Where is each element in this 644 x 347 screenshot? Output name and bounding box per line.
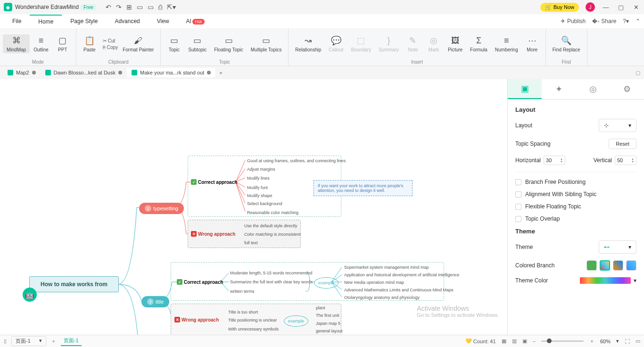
user-avatar[interactable]: J [586,2,595,12]
leaf[interactable]: written terms [230,289,255,294]
ppt-mode-button[interactable]: ▢PPT [52,34,73,53]
example-node[interactable]: example [314,277,339,289]
menu-advanced[interactable]: Advanced [106,15,148,27]
subtopic-button[interactable]: ▭Subtopic [184,34,210,53]
align-sibling-checkbox[interactable]: Alignment With Sibling Topic [515,191,636,198]
minimize-button[interactable]: — [602,4,610,11]
leaf[interactable]: Modify lines [247,176,270,181]
fit-screen-button[interactable]: ⛶ [625,339,630,344]
fullscreen-button[interactable]: ▭ [636,338,640,344]
collapse-ribbon-button[interactable]: ⌃ [636,18,640,25]
help-button[interactable]: ?▾ [623,18,629,25]
branch-color-2[interactable] [600,260,610,271]
picture-button[interactable]: 🖼Picture [444,35,466,53]
callout-button[interactable]: 💬Callout [325,34,347,53]
save-button[interactable]: ▭ [148,3,154,11]
note-button[interactable]: ✎Note [403,34,423,53]
cut-button[interactable]: ✂ Cut [102,38,119,44]
summary-button[interactable]: }Summary [375,35,403,53]
copy-button[interactable]: ⎘ Copy [102,44,119,50]
add-page-button[interactable]: ＋ [51,338,56,345]
leaf[interactable]: Otolaryngology anatomy and physiology [344,295,420,300]
doc-tab-3[interactable]: Make your ma...rk stand out [127,68,215,77]
leaf[interactable]: With unnecessary symbols [228,327,279,331]
undo-button[interactable]: ↶ [106,3,111,11]
export-button[interactable]: ⇱▾ [167,3,176,11]
sidebar-toggle-button[interactable]: ▯ [4,338,7,344]
menu-home[interactable]: Home [30,15,62,28]
more-button[interactable]: ⋯More [522,34,543,53]
panel-tab-style[interactable]: ✦ [542,79,576,99]
leaf[interactable]: Adjust margins [247,167,275,172]
topic-overlap-checkbox[interactable]: Topic Overlap [515,215,636,222]
chevron-down-icon[interactable]: ▾ [616,338,619,344]
reset-button[interactable]: Reset [609,139,636,149]
leaf[interactable]: Select background [247,201,282,206]
branch-title[interactable]: 2title [141,296,169,307]
root-topic[interactable]: How to make works from [29,276,119,292]
topic-button[interactable]: ▭Topic [164,34,184,53]
correct-approach-1[interactable]: ✓Correct approach [191,179,237,185]
find-replace-button[interactable]: 🔍Find Replace [549,34,584,53]
leaf[interactable]: The first unit [316,313,339,318]
branch-free-checkbox[interactable]: Branch Free Positioning [515,179,636,185]
branch-color-4[interactable] [626,260,636,271]
panel-tab-icon[interactable]: ◎ [576,79,610,99]
branch-color-1[interactable] [586,260,597,271]
flexible-floating-checkbox[interactable]: Flexible Floating Topic [515,203,636,210]
menu-page-style[interactable]: Page Style [62,15,106,27]
numbering-button[interactable]: ≡Numbering [491,35,522,53]
leaf[interactable]: general layout [316,329,343,333]
page-select[interactable]: 页面-1▾ [11,336,46,346]
correct-approach-2[interactable]: ✓Correct approach [177,279,223,285]
leaf[interactable]: Japan map 5 [316,321,340,326]
theme-color-strip[interactable] [580,277,631,284]
buy-now-button[interactable]: 🛒 Buy Now [540,3,579,12]
boundary-button[interactable]: ⬚Boundary [347,34,375,53]
view-mode-2[interactable]: ▥ [512,338,517,344]
page-tab[interactable]: 页面-1 [61,336,82,346]
layout-select[interactable]: ⊹▾ [599,119,636,132]
leaf[interactable]: New media operation mind map [344,280,404,285]
zoom-in-button[interactable]: ＋ [589,338,594,345]
relationship-button[interactable]: ↝Relationship [291,34,325,53]
leaf[interactable]: Supermarket system management mind map [344,265,429,270]
close-button[interactable]: ✕ [632,4,640,11]
doc-tab-2[interactable]: Dawn Blosso...ked at Dusk [41,68,127,77]
maximize-button[interactable]: ▢ [617,4,625,11]
publish-button[interactable]: ✈ Publish [561,18,586,25]
leaf[interactable]: Summarize the full text with clear key w… [230,280,313,284]
floating-topic-button[interactable]: ▭Floating Topic [210,34,247,53]
format-painter-button[interactable]: 🖌Format Painter [119,35,157,53]
view-mode-1[interactable]: ▦ [502,338,506,344]
chevron-down-icon[interactable]: ▾ [634,277,636,284]
wrong-approach-1[interactable]: ✕Wrong approach [191,231,235,237]
leaf[interactable]: full text [244,240,258,245]
leaf[interactable]: Title positioning is unclear [228,318,277,322]
formula-button[interactable]: ΣFormula [466,35,491,53]
leaf[interactable]: Good at using frames, outlines, and conn… [247,158,346,163]
leaf[interactable]: Modify shape [247,193,272,198]
zoom-slider[interactable] [541,340,584,342]
new-button[interactable]: ⊞ [126,3,132,11]
leaf[interactable]: plant [316,306,325,310]
branch-typesetting[interactable]: 1typesetting [139,203,184,214]
multiple-topics-button[interactable]: ▭Multiple Topics [247,34,285,53]
doc-tab-1[interactable]: Map2 [3,68,41,77]
redo-button[interactable]: ↷ [116,3,122,11]
add-tab-button[interactable]: ＋ [218,69,223,76]
paste-button[interactable]: 📋Paste [79,34,100,53]
outline-mode-button[interactable]: ≡Outline [30,35,52,53]
horizontal-input[interactable]: 30▲▼ [544,156,565,165]
menu-view[interactable]: View [149,15,178,27]
leaf[interactable]: Use the default style directly [244,223,297,228]
vertical-input[interactable]: 50▲▼ [615,156,636,165]
menu-ai[interactable]: AIHot [178,15,213,27]
example-node[interactable]: example [284,315,308,327]
leaf[interactable]: Reasonable color matching [247,210,298,215]
view-mode-3[interactable]: ▣ [522,338,527,344]
share-button[interactable]: �॰ Share [592,18,616,25]
mark-button[interactable]: ◎Mark [423,34,444,53]
leaf[interactable]: Application and historical development o… [344,273,459,277]
zoom-level[interactable]: 60% [600,339,611,344]
